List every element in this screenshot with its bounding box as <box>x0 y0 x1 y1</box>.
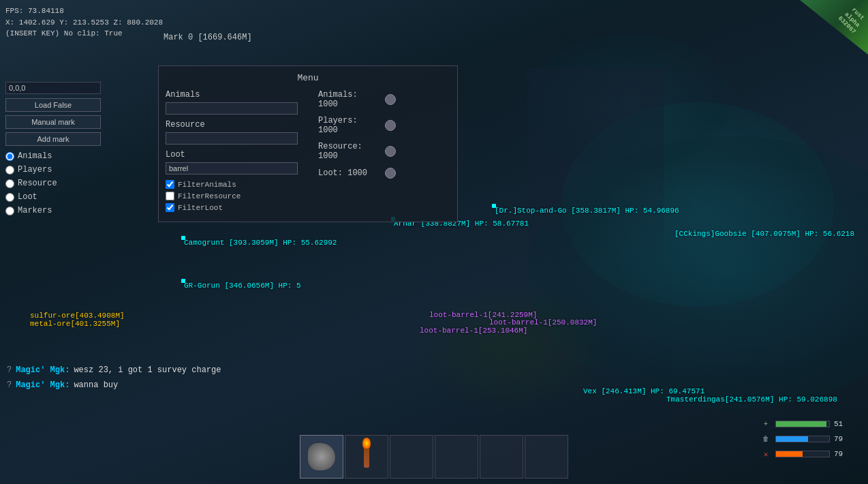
rust-badge-text: rustalpha632067 <box>835 4 868 37</box>
menu-left-column: Animals Resource Loot FilterAnimals Filt… <box>166 90 298 215</box>
animals-input[interactable] <box>166 102 298 115</box>
radio-resource-text: Resource <box>18 179 57 188</box>
filter-resource-row[interactable]: FilterResource <box>166 192 298 200</box>
add-mark-button[interactable]: Add mark <box>5 132 101 146</box>
stat-resource-label: Resource: 1000 <box>318 142 379 161</box>
radio-animals-label[interactable]: Animals <box>5 151 152 161</box>
loot-label: Loot <box>166 150 298 160</box>
stat-players-label: Players: 1000 <box>318 116 379 135</box>
radio-loot[interactable] <box>5 193 14 202</box>
animals-label: Animals <box>166 90 298 100</box>
stat-animals-slider[interactable] <box>385 94 396 105</box>
radio-loot-label[interactable]: Loot <box>5 192 152 202</box>
loot-input[interactable] <box>166 162 298 175</box>
radio-markers-text: Markers <box>18 206 52 215</box>
load-false-button[interactable]: Load False <box>5 98 101 112</box>
stat-players: Players: 1000 <box>318 116 450 135</box>
inv-slot-2[interactable] <box>345 435 388 479</box>
menu-panel[interactable]: Menu Animals Resource Loot FilterAnimals… <box>158 65 458 222</box>
filter-resource-text: FilterResource <box>178 192 241 200</box>
stat-animals-label: Animals: 1000 <box>318 90 379 109</box>
radio-resource[interactable] <box>5 179 14 188</box>
left-panel[interactable]: Load False Manual mark Add mark Animals … <box>5 82 152 220</box>
radio-animals[interactable] <box>5 152 14 161</box>
stat-loot: Loot: 1000 <box>318 168 450 179</box>
filter-animals-row[interactable]: FilterAnimals <box>166 180 298 189</box>
stat-players-slider[interactable] <box>385 120 396 131</box>
menu-title: Menu <box>166 73 450 83</box>
radio-loot-text: Loot <box>18 192 37 202</box>
resource-input[interactable] <box>166 132 298 145</box>
radio-players-text: Players <box>18 165 52 175</box>
stat-loot-slider[interactable] <box>385 168 396 179</box>
inv-slot-4[interactable] <box>435 435 478 479</box>
inv-slot-6[interactable] <box>525 435 568 479</box>
stat-animals: Animals: 1000 <box>318 90 450 109</box>
menu-right-column: Animals: 1000 Players: 1000 Resource: 10… <box>311 90 450 215</box>
filter-loot-checkbox[interactable] <box>166 203 174 212</box>
inventory-bar[interactable] <box>300 435 568 479</box>
inv-slot-1[interactable] <box>300 435 343 479</box>
inv-slot-3[interactable] <box>390 435 433 479</box>
stat-resource: Resource: 1000 <box>318 142 450 161</box>
radio-resource-label[interactable]: Resource <box>5 179 152 188</box>
coord-input[interactable] <box>5 82 101 94</box>
radio-players-label[interactable]: Players <box>5 165 152 175</box>
filter-loot-row[interactable]: FilterLoot <box>166 203 298 212</box>
inv-slot-5[interactable] <box>480 435 523 479</box>
radio-markers[interactable] <box>5 207 14 215</box>
radio-animals-text: Animals <box>18 151 52 161</box>
filter-animals-checkbox[interactable] <box>166 180 174 189</box>
stat-resource-slider[interactable] <box>385 146 396 157</box>
radio-markers-label[interactable]: Markers <box>5 206 152 215</box>
rock-item <box>308 443 335 470</box>
stat-loot-label: Loot: 1000 <box>318 168 379 178</box>
resource-label: Resource <box>166 120 298 130</box>
filter-loot-text: FilterLoot <box>178 204 223 212</box>
filter-animals-text: FilterAnimals <box>178 181 236 189</box>
filter-resource-checkbox[interactable] <box>166 192 174 200</box>
radio-players[interactable] <box>5 166 14 175</box>
manual-mark-button[interactable]: Manual mark <box>5 115 101 129</box>
